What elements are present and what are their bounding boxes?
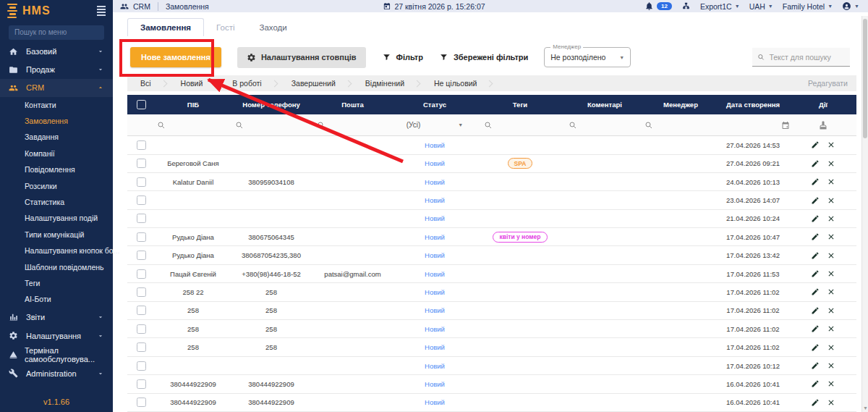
row-checkbox[interactable] xyxy=(137,140,146,150)
delete-button[interactable] xyxy=(823,251,839,260)
calendar-icon[interactable] xyxy=(781,121,790,130)
sidebar-item[interactable]: Налаштування xyxy=(0,327,113,345)
delete-button[interactable] xyxy=(823,140,839,149)
row-checkbox[interactable] xyxy=(137,177,146,187)
row-checkbox[interactable] xyxy=(137,361,146,371)
edit-button[interactable] xyxy=(807,306,823,315)
edit-button[interactable] xyxy=(807,398,823,407)
sidebar-item[interactable]: Administration xyxy=(0,364,113,383)
row-status-link[interactable]: Новий xyxy=(425,270,445,278)
sidebar-subitem[interactable]: Налаштування кнопок бо... xyxy=(0,243,113,258)
column-header-tags[interactable]: Теги xyxy=(476,101,564,109)
tab-orders[interactable]: Замовлення xyxy=(127,18,204,36)
status-chip[interactable]: В роботі xyxy=(228,79,265,88)
tab-events[interactable]: Заходи xyxy=(247,19,299,36)
sidebar-subitem[interactable]: Статистика xyxy=(0,194,113,210)
search-icon[interactable] xyxy=(569,121,577,130)
search-icon[interactable] xyxy=(484,121,493,130)
notifications-button[interactable]: 12 xyxy=(644,1,672,11)
row-status-link[interactable]: Новий xyxy=(425,306,445,314)
sidebar-subitem[interactable]: AI-Боти xyxy=(0,291,113,307)
topbar-menu-currency[interactable]: UAH▼ xyxy=(749,2,773,11)
edit-button[interactable] xyxy=(807,140,823,149)
row-status-link[interactable]: Новий xyxy=(425,380,445,388)
edit-button[interactable] xyxy=(807,251,823,260)
status-chip[interactable]: Завершений xyxy=(287,79,340,88)
status-chip[interactable]: Новий xyxy=(176,79,208,88)
edit-button[interactable] xyxy=(807,159,823,168)
sidebar-item[interactable]: Базовий xyxy=(0,43,113,61)
row-status-link[interactable]: Новий xyxy=(425,398,445,406)
row-checkbox[interactable] xyxy=(137,287,146,297)
sidebar-subitem[interactable]: Повідомлення xyxy=(0,161,113,177)
row-checkbox[interactable] xyxy=(137,232,146,242)
edit-button[interactable] xyxy=(807,379,823,388)
tab-guests[interactable]: Гості xyxy=(204,19,247,36)
filter-button[interactable]: Фільтр xyxy=(382,53,423,62)
delete-button[interactable] xyxy=(823,214,839,223)
column-header-email[interactable]: Пошта xyxy=(312,101,393,109)
delete-button[interactable] xyxy=(823,343,839,352)
manager-select[interactable]: Менеджер Не розподілено ▼ xyxy=(544,47,631,67)
column-header-manager[interactable]: Менеджер xyxy=(645,101,716,109)
sidebar-subitem[interactable]: Завдання xyxy=(0,129,113,145)
status-chip[interactable]: Не цільовий xyxy=(430,79,481,88)
row-checkbox[interactable] xyxy=(137,324,146,334)
row-checkbox[interactable] xyxy=(137,398,146,407)
sidebar-item[interactable]: CRM xyxy=(0,79,113,97)
delete-button[interactable] xyxy=(823,159,839,168)
delete-button[interactable] xyxy=(823,379,839,388)
edit-button[interactable] xyxy=(807,343,823,352)
sidebar-subitem[interactable]: Контакти xyxy=(0,97,113,113)
edit-button[interactable] xyxy=(807,177,823,186)
breadcrumb[interactable]: CRM Замовлення xyxy=(120,2,209,11)
sidebar-collapse-icon[interactable] xyxy=(97,6,106,15)
row-status-link[interactable]: Новий xyxy=(425,362,445,370)
row-status-link[interactable]: Новий xyxy=(425,325,445,333)
saved-filters-button[interactable]: Збережені фільтри xyxy=(439,53,528,62)
topbar-menu-hotel[interactable]: Family Hotel▼ xyxy=(783,2,833,11)
column-header-name[interactable]: ПІБ xyxy=(156,101,231,109)
row-status-link[interactable]: Новий xyxy=(425,233,445,241)
delete-button[interactable] xyxy=(823,269,839,278)
delete-button[interactable] xyxy=(823,196,839,205)
row-checkbox[interactable] xyxy=(137,342,146,352)
row-status-link[interactable]: Новий xyxy=(425,178,445,186)
delete-button[interactable] xyxy=(823,177,839,186)
delete-button[interactable] xyxy=(823,398,839,407)
sidebar-item[interactable]: Термінал самообслуговува... xyxy=(0,345,113,364)
integrations-button[interactable] xyxy=(681,1,691,11)
edit-button[interactable] xyxy=(807,214,823,223)
row-checkbox[interactable] xyxy=(137,251,146,260)
sidebar-subitem[interactable]: Компанії xyxy=(0,146,113,161)
user-menu-button[interactable]: ▼ xyxy=(842,1,859,11)
status-filter-select[interactable]: (Усі)▼ xyxy=(407,121,464,129)
column-header-comments[interactable]: Коментарі xyxy=(564,101,645,109)
sidebar-item[interactable]: Продаж xyxy=(0,61,113,79)
scrollbar-down-arrow[interactable]: ▼ xyxy=(863,405,868,411)
column-header-phone[interactable]: Номер телефону xyxy=(231,101,312,109)
row-checkbox[interactable] xyxy=(137,214,146,223)
row-status-link[interactable]: Новий xyxy=(425,288,445,296)
sidebar-subitem[interactable]: Розсилки xyxy=(0,177,113,193)
delete-button[interactable] xyxy=(823,361,839,370)
new-order-button[interactable]: Нове замовлення xyxy=(130,47,221,67)
delete-button[interactable] xyxy=(823,324,839,333)
topbar-menu-export1c[interactable]: Export1C▼ xyxy=(700,2,740,11)
edit-button[interactable] xyxy=(807,196,823,205)
row-status-link[interactable]: Новий xyxy=(425,214,445,222)
delete-button[interactable] xyxy=(823,232,839,241)
sidebar-subitem[interactable]: Типи комунікацій xyxy=(0,227,113,243)
edit-button[interactable] xyxy=(807,232,823,241)
table-search-input[interactable] xyxy=(769,53,845,62)
row-checkbox[interactable] xyxy=(137,269,146,279)
column-settings-button[interactable]: Налаштування стовпців xyxy=(237,47,366,68)
row-status-link[interactable]: Новий xyxy=(425,159,445,167)
delete-button[interactable] xyxy=(823,306,839,315)
search-icon[interactable] xyxy=(235,121,244,130)
sidebar-subitem[interactable]: Теги xyxy=(0,275,113,291)
row-checkbox[interactable] xyxy=(137,159,146,168)
select-all-checkbox[interactable] xyxy=(137,100,146,109)
row-checkbox[interactable] xyxy=(137,196,146,205)
sidebar-subitem[interactable]: Замовлення xyxy=(0,113,113,129)
